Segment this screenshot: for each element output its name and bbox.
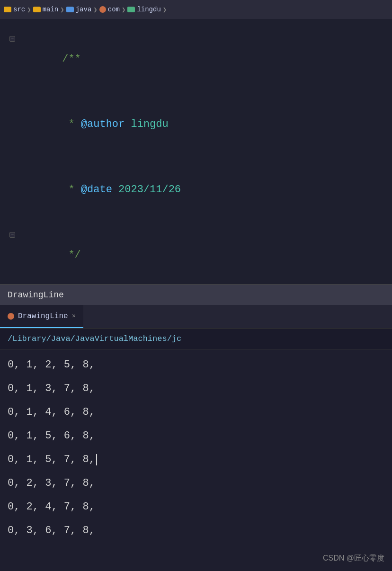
folder-icon-main xyxy=(33,7,41,12)
output-line-2: 0, 1, 3, 7, 8, xyxy=(8,377,384,401)
output-line-3: 0, 1, 4, 6, 8, xyxy=(8,401,384,424)
fold-icon-1[interactable]: − xyxy=(9,36,15,42)
tab-file-icon xyxy=(8,313,14,320)
hover-label-text: DrawingLine xyxy=(8,290,64,300)
breadcrumb-item-lingdu[interactable]: lingdu xyxy=(127,6,160,13)
code-content-2: * @author lingdu xyxy=(19,92,392,157)
output-path: /Library/Java/JavaVirtualMachines/jc xyxy=(0,329,392,349)
output-path-text: /Library/Java/JavaVirtualMachines/jc xyxy=(8,334,181,343)
code-line-4: − */ xyxy=(0,223,392,284)
tab-label: DrawingLine xyxy=(18,312,68,321)
dot-icon-com xyxy=(99,6,106,13)
output-line-6: 0, 2, 3, 7, 8, xyxy=(8,472,384,495)
code-line-2: * @author lingdu xyxy=(0,92,392,157)
output-line-5: 0, 1, 5, 7, 8, xyxy=(8,448,384,472)
tab-drawingline[interactable]: DrawingLine × xyxy=(0,305,83,328)
fold-icon-4[interactable]: − xyxy=(9,232,15,238)
breadcrumb: src ❯ main ❯ java ❯ com ❯ lingdu ❯ xyxy=(0,0,392,19)
folder-icon-java xyxy=(66,7,74,12)
output-lines: 0, 1, 2, 5, 8, 0, 1, 3, 7, 8, 0, 1, 4, 6… xyxy=(0,349,392,546)
cursor xyxy=(96,454,97,465)
breadcrumb-sep-1: ❯ xyxy=(27,6,31,14)
output-line-1: 0, 1, 2, 5, 8, xyxy=(8,353,384,377)
code-line-1: − /** xyxy=(0,27,392,92)
folder-icon-lingdu xyxy=(127,7,135,12)
hover-label: DrawingLine xyxy=(0,284,392,305)
code-line-3: * @date 2023/11/26 xyxy=(0,157,392,223)
breadcrumb-sep-4: ❯ xyxy=(122,6,125,14)
breadcrumb-sep-3: ❯ xyxy=(93,6,97,14)
code-content-4: */ xyxy=(19,223,392,284)
breadcrumb-item-main[interactable]: main xyxy=(33,6,59,13)
output-panel: /Library/Java/JavaVirtualMachines/jc 0, … xyxy=(0,329,392,571)
breadcrumb-item-java[interactable]: java xyxy=(66,6,92,13)
output-line-4: 0, 1, 5, 6, 8, xyxy=(8,424,384,448)
code-content-1: /** xyxy=(19,27,392,92)
breadcrumb-item-src[interactable]: src xyxy=(4,6,25,13)
code-editor[interactable]: − /** * @author lingdu * @date 2023/11/2… xyxy=(0,19,392,284)
breadcrumb-sep-5: ❯ xyxy=(163,6,167,14)
watermark: CSDN @匠心零度 xyxy=(323,553,384,563)
tab-bar: DrawingLine × xyxy=(0,305,392,329)
folder-icon-src xyxy=(4,7,11,12)
code-content-3: * @date 2023/11/26 xyxy=(19,157,392,223)
output-line-7: 0, 2, 4, 7, 8, xyxy=(8,495,384,519)
breadcrumb-item-com[interactable]: com xyxy=(99,6,120,13)
gutter-4: − xyxy=(0,232,19,238)
output-line-8: 0, 3, 6, 7, 8, xyxy=(8,519,384,543)
tab-close-button[interactable]: × xyxy=(72,312,76,320)
breadcrumb-sep-2: ❯ xyxy=(60,6,64,14)
gutter-1: − xyxy=(0,36,19,42)
